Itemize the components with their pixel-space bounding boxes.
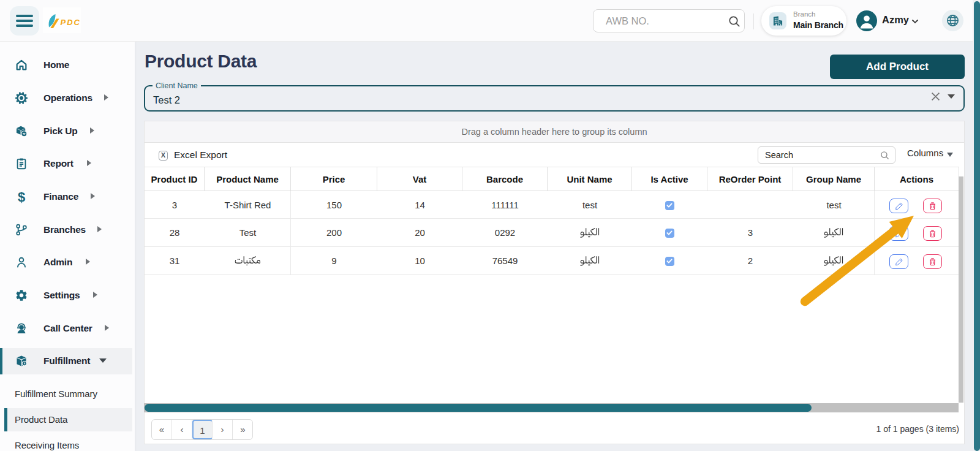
svg-text:$: $ <box>18 190 25 203</box>
svg-text:PDC: PDC <box>61 18 81 27</box>
